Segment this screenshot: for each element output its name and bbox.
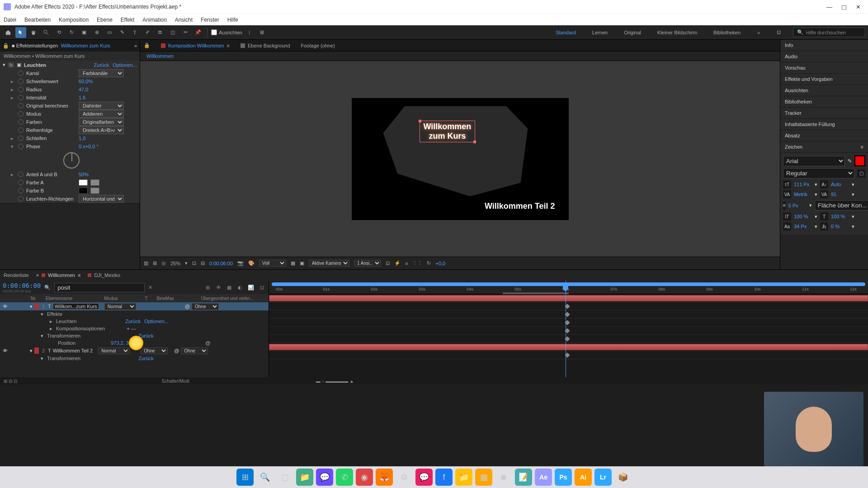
reihenfolge-select[interactable]: Dreieck A>B>A <box>79 126 124 134</box>
parent-select-2[interactable]: Ohne <box>181 347 208 354</box>
layer-row-1[interactable]: 👁 ▾ 1 T Willkom...zum Kurs Normal @ Ohne <box>0 302 269 310</box>
viewer-tab-ebene[interactable]: Ebene Background <box>241 43 290 48</box>
stroke-value[interactable]: 5 Px <box>788 203 807 208</box>
reset-exposure-icon[interactable]: ↻ <box>427 260 431 266</box>
taskbar-explorer[interactable]: 📁 <box>296 469 313 486</box>
composition-preview[interactable]: Willkommenzum Kurs Willkommen Teil 2 <box>352 98 569 220</box>
stopwatch-icon[interactable] <box>18 188 24 193</box>
taskbar-lightroom[interactable]: Lr <box>594 469 612 486</box>
timeline-tab-willkommen[interactable]: × Willkommen ≡ <box>36 272 81 278</box>
panel-ausrichten[interactable]: Ausrichten <box>780 85 868 96</box>
original-select[interactable]: Dahinter <box>79 102 124 110</box>
menu-ebene[interactable]: Ebene <box>97 17 113 23</box>
kerning-value[interactable]: Metrik <box>794 192 812 197</box>
mode-select-2[interactable]: Normal <box>98 347 130 354</box>
mode-select-1[interactable]: Normal <box>104 303 136 310</box>
current-time[interactable]: 0:00:06:00 <box>3 282 41 289</box>
exposure-value[interactable]: +0,0 <box>435 261 445 266</box>
effect-visibility-icon[interactable]: ▣ <box>17 62 21 68</box>
taskbar-search[interactable]: 🔍 <box>256 469 274 486</box>
fast-preview-icon[interactable]: ⚡ <box>394 260 401 266</box>
transparency-icon[interactable]: ▦ <box>291 260 295 266</box>
taskbar-teams[interactable]: 💬 <box>316 469 333 486</box>
taskbar-messenger[interactable]: 💬 <box>415 469 433 486</box>
roto-tool[interactable]: ✂ <box>180 27 191 38</box>
reset-link[interactable]: Zurück <box>94 62 109 68</box>
clone-tool[interactable]: ⧉ <box>155 27 165 38</box>
views-select[interactable]: 1 Ansi... <box>354 260 381 267</box>
add-remove-icon[interactable]: + — <box>127 326 136 331</box>
zoom-slider[interactable]: ▬ ○ ▬▬▬▬▬ ▲ <box>316 379 354 384</box>
kanal-select[interactable]: Farbkanäle <box>79 69 124 77</box>
stopwatch-icon[interactable] <box>18 70 24 76</box>
twirl-icon[interactable]: ▾ <box>30 304 33 310</box>
stopwatch-icon[interactable] <box>18 79 24 84</box>
layer-bar-2[interactable] <box>269 344 868 350</box>
timeline-icon[interactable]: ≡ <box>405 261 408 266</box>
eyedropper-icon[interactable]: ✎ <box>848 158 852 164</box>
stroke-swatch[interactable]: ▢ <box>857 169 865 178</box>
layer-color-chip[interactable] <box>34 347 39 354</box>
taskbar-notepad[interactable]: 📝 <box>515 469 532 486</box>
effects-tab[interactable]: ■ Effekteinstellungen <box>12 43 58 48</box>
menu-hilfe[interactable]: Hilfe <box>227 17 238 23</box>
fill-color-swatch[interactable] <box>854 155 865 166</box>
fill-over-select[interactable]: Fläche über Kon... <box>815 200 868 211</box>
viewer-tab-footage[interactable]: Footage (ohne) <box>301 43 335 48</box>
menu-bearbeiten[interactable]: Bearbeiten <box>24 17 51 23</box>
toggle-switches-icon[interactable]: ⊞ ⊟ ⊡ <box>4 379 17 384</box>
taskbar-app4[interactable]: 📦 <box>614 469 632 486</box>
twirl-icon[interactable]: ▾ <box>41 356 43 361</box>
res-icon[interactable]: ⊡ <box>192 260 196 266</box>
workspace-original[interactable]: Original <box>620 28 645 37</box>
stopwatch-icon[interactable] <box>18 180 24 185</box>
vscale-value[interactable]: 100 % <box>794 214 812 219</box>
snap-opt-icon[interactable]: ⫶ <box>244 27 255 38</box>
selection-tool[interactable] <box>15 27 26 38</box>
parent-select-1[interactable]: Ohne <box>192 303 219 310</box>
twirl-icon[interactable]: ▾ <box>30 348 33 354</box>
pen-tool[interactable]: ✎ <box>117 27 127 38</box>
intensitaet-value[interactable]: 1,6 <box>79 95 85 100</box>
snapshot-icon[interactable]: 📷 <box>237 260 244 266</box>
twirl-icon[interactable]: ▸ <box>50 326 52 332</box>
taskbar-obs[interactable]: ⏺ <box>495 469 512 486</box>
effects-tab-link[interactable]: Willkommen zum Kurs <box>61 43 110 48</box>
farbe-b-swatch[interactable] <box>79 188 88 194</box>
panel-audio[interactable]: Audio <box>780 51 868 62</box>
hand-tool[interactable] <box>28 27 39 38</box>
flowchart-icon[interactable]: ⋮⋮ <box>412 260 422 266</box>
parent-pickwhip-icon[interactable]: @ <box>174 348 179 353</box>
brush-tool[interactable]: ✐ <box>142 27 153 38</box>
layer-color-chip[interactable] <box>34 303 39 310</box>
eraser-tool[interactable]: ◫ <box>167 27 178 38</box>
taskbar-illustrator[interactable]: Ai <box>575 469 592 486</box>
clear-search-icon[interactable]: ✕ <box>148 285 152 291</box>
stopwatch-icon[interactable] <box>18 144 24 149</box>
stopwatch-icon[interactable] <box>18 119 24 125</box>
layer-name-1[interactable]: Willkom...zum Kurs <box>53 303 99 310</box>
brainstorm-icon[interactable]: ⊡ <box>258 283 266 291</box>
twirl-icon[interactable]: ▸ <box>50 319 52 324</box>
twirl-icon[interactable]: ▾ <box>41 333 43 339</box>
maximize-button[interactable]: ▢ <box>841 4 847 10</box>
color-mgmt-icon[interactable]: 🎨 <box>248 260 255 266</box>
minimize-button[interactable]: — <box>826 4 832 10</box>
workspace-klein[interactable]: Kleiner Bildschirm <box>654 28 701 37</box>
phase-dial[interactable] <box>63 152 80 169</box>
motion-blur-icon[interactable]: ◐ <box>236 283 244 291</box>
reset-link[interactable]: Zurück <box>138 356 154 361</box>
panel-fuellung[interactable]: Inhaltsbasierte Füllung <box>780 119 868 130</box>
font-select[interactable]: Arial <box>783 156 845 166</box>
layer-name-2[interactable]: Willkommen Teil 2 <box>53 348 93 353</box>
snapping-toggle[interactable]: Ausrichten <box>211 29 242 35</box>
panel-bibliotheken[interactable]: Bibliotheken <box>780 96 868 108</box>
stopwatch-icon[interactable] <box>18 196 24 202</box>
viewer-tab-komposition[interactable]: Komposition Willkommen ≡ <box>161 43 230 48</box>
pixel-aspect-icon[interactable]: ⊡ <box>386 260 390 266</box>
rotate-tool[interactable]: ↻ <box>66 27 77 38</box>
frame-blend-icon[interactable]: ▦ <box>225 283 233 291</box>
menu-datei[interactable]: Datei <box>4 17 16 23</box>
reset-link[interactable]: Zurück <box>125 319 141 324</box>
tsume-value[interactable]: 0 % <box>831 224 849 229</box>
